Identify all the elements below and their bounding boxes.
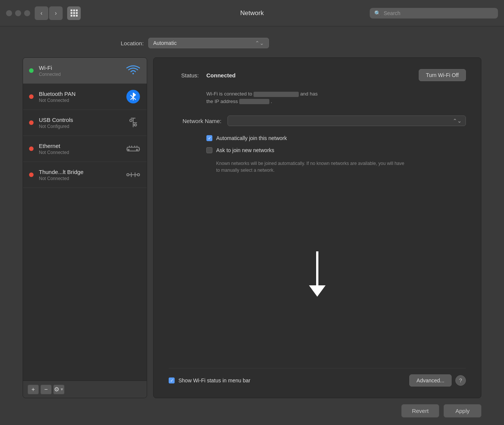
revert-button[interactable]: Revert [401,404,439,417]
wifi-status: Connected [39,72,120,77]
gear-icon: ⚙ [54,386,59,393]
arrow-container [169,180,466,368]
usb-status-dot [29,120,34,125]
close-button[interactable] [6,10,12,16]
search-icon: 🔍 [374,10,381,16]
search-input[interactable] [384,10,493,16]
ethernet-icon: ◆ · · · ◆ [126,141,141,156]
traffic-lights [6,10,30,16]
show-wifi-checkmark: ✓ [170,379,174,383]
network-name-redacted [254,92,299,97]
back-button[interactable]: ‹ [35,6,48,20]
auto-join-row: ✓ Automatically join this network [169,135,466,141]
down-arrow [309,251,326,297]
ask-join-checkbox-wrap[interactable]: Ask to join new networks [206,147,274,153]
thunderbolt-status-dot [29,172,34,177]
forward-button[interactable]: › [49,6,63,20]
minimize-button[interactable] [15,10,21,16]
location-row: Location: Automatic ⌃⌄ [23,38,481,48]
bluetooth-status-dot [29,94,34,99]
panel-layout: Wi-Fi Connected [23,57,481,398]
usb-status: Not Configured [39,124,120,129]
auto-join-label: Automatically join this network [216,135,287,141]
svg-point-19 [127,174,129,176]
wifi-icon [126,63,141,78]
advanced-button[interactable]: Advanced... [409,374,452,387]
gear-chevron-icon: ▼ [60,387,64,391]
show-wifi-checkbox[interactable]: ✓ [169,377,175,383]
usb-name: USB Controls [39,117,120,123]
ethernet-status-dot [29,146,34,151]
sidebar: Wi-Fi Connected [23,57,147,398]
help-button[interactable]: ? [455,375,466,386]
titlebar: ‹ › Network 🔍 [0,0,504,26]
svg-line-4 [131,97,133,100]
ask-join-label: Ask to join new networks [216,147,274,153]
bluetooth-name: Bluetooth PAN [39,91,120,97]
grid-icon [71,9,78,17]
checkmark-icon: ✓ [208,136,211,140]
zoom-button[interactable] [24,10,30,16]
arrow-shaft [316,251,318,285]
turn-wifi-button[interactable]: Turn Wi-Fi Off [419,69,466,81]
thunderbolt-name: Thunde...lt Bridge [39,169,120,175]
thunderbolt-status: Not Connected [39,176,120,181]
show-wifi-row: ✓ Show Wi-Fi status in menu bar [169,377,250,383]
network-name-label: Network Name: [169,118,221,124]
apply-button[interactable]: Apply [444,404,481,417]
add-network-button[interactable]: + [28,385,39,394]
status-label: Status: [169,72,199,79]
svg-line-2 [133,97,136,100]
show-wifi-label: Show Wi-Fi status in menu bar [178,377,250,383]
main-content: Location: Automatic ⌃⌄ Wi-Fi Connected [0,26,504,425]
show-wifi-checkbox-wrap[interactable]: ✓ Show Wi-Fi status in menu bar [169,377,250,383]
remove-network-button[interactable]: − [40,385,52,394]
search-bar: 🔍 [370,8,498,18]
usb-icon [126,115,141,130]
bluetooth-icon [126,89,141,104]
network-name-input-wrap[interactable]: ⌃⌄ [227,115,466,126]
arrow-head [309,285,326,297]
wifi-detail-panel: Status: Connected Turn Wi-Fi Off Wi-Fi i… [153,57,481,398]
svg-text:◆ · · · ◆: ◆ · · · ◆ [128,148,138,151]
sidebar-item-ethernet[interactable]: Ethernet Not Connected ◆ · · · ◆ [23,136,147,162]
window-title: Network [240,9,264,17]
sidebar-toolbar: + − ⚙ ▼ [23,380,147,398]
svg-point-20 [137,174,140,176]
ethernet-name: Ethernet [39,143,120,149]
sidebar-item-thunderbolt[interactable]: Thunde...lt Bridge Not Connected [23,162,147,188]
ask-join-row: Ask to join new networks Known networks … [169,147,466,174]
ask-join-checkbox[interactable] [206,147,212,153]
connection-description: Wi-Fi is connected to and has the IP add… [169,90,466,105]
action-bar: Revert Apply [23,398,481,417]
location-select[interactable]: Automatic ⌃⌄ [148,38,269,48]
location-value: Automatic [153,40,177,46]
auto-join-checkbox[interactable]: ✓ [206,135,212,141]
location-label: Location: [121,40,144,46]
ask-join-hint: Known networks will be joined automatica… [216,160,405,174]
wifi-name: Wi-Fi [39,65,120,71]
auto-join-checkbox-wrap[interactable]: ✓ Automatically join this network [206,135,287,141]
ethernet-status: Not Connected [39,150,120,155]
svg-line-3 [131,95,133,97]
bottom-buttons: Advanced... ? [409,374,466,387]
network-name-field[interactable] [232,118,453,124]
sidebar-list: Wi-Fi Connected [23,58,147,380]
nav-buttons: ‹ › [35,6,63,20]
gear-menu-button[interactable]: ⚙ ▼ [53,385,65,394]
svg-point-5 [130,119,132,122]
status-value: Connected [206,72,411,79]
ip-address-redacted [239,99,269,104]
grid-view-button[interactable] [67,6,81,20]
right-panel-bottom: ✓ Show Wi-Fi status in menu bar Advanced… [169,368,466,387]
network-name-stepper-icon: ⌃⌄ [453,118,462,124]
sidebar-item-bluetooth[interactable]: Bluetooth PAN Not Connected [23,84,147,110]
network-name-row: Network Name: ⌃⌄ [169,115,466,126]
status-row: Status: Connected Turn Wi-Fi Off [169,69,466,81]
bluetooth-status: Not Connected [39,98,120,103]
thunderbolt-icon [126,167,141,182]
location-stepper-icon: ⌃⌄ [255,40,264,46]
sidebar-item-wifi[interactable]: Wi-Fi Connected [23,58,147,84]
sidebar-item-usb[interactable]: USB Controls Not Configured [23,110,147,136]
wifi-status-dot [29,68,34,73]
